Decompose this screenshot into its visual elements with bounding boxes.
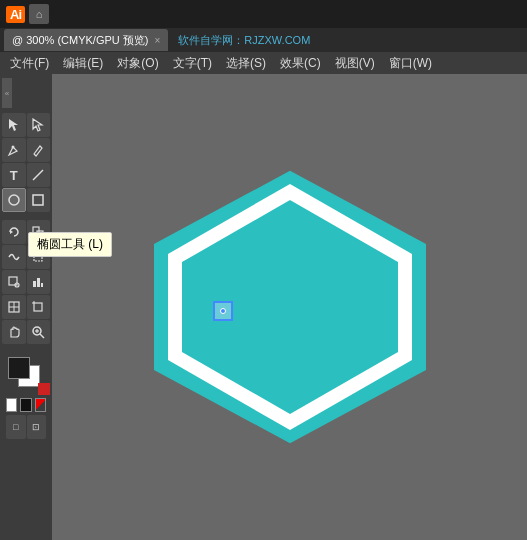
rectangle-tool[interactable] — [27, 188, 50, 212]
tool-group-shape — [2, 188, 50, 212]
svg-rect-13 — [41, 283, 43, 287]
svg-point-4 — [9, 195, 19, 205]
ai-logo: Ai — [6, 6, 25, 23]
toolbar: « T — [0, 74, 52, 540]
handle-dot — [220, 308, 226, 314]
color-area: □ ⊡ — [2, 351, 50, 443]
direct-selection-tool[interactable] — [27, 113, 51, 137]
svg-marker-6 — [10, 230, 13, 234]
no-fill-swatch[interactable] — [6, 398, 17, 412]
tool-tooltip: 椭圆工具 (L) — [28, 232, 112, 257]
home-icon[interactable]: ⌂ — [29, 4, 49, 24]
chart-tool[interactable] — [27, 270, 51, 294]
view-tools: □ ⊡ — [6, 415, 46, 439]
hexagon-container — [130, 162, 450, 452]
tab-close-button[interactable]: × — [154, 35, 160, 46]
toolbar-collapse[interactable]: « — [2, 78, 12, 108]
ellipse-tool[interactable] — [2, 188, 26, 212]
tool-group-symbol — [2, 270, 50, 294]
tool-group-selection — [2, 113, 50, 137]
symbol-sprayer-tool[interactable] — [2, 270, 26, 294]
slice-tool[interactable] — [2, 295, 26, 319]
selection-handle — [213, 301, 233, 321]
canvas-area — [52, 74, 527, 540]
line-tool[interactable] — [27, 163, 51, 187]
tab-label: @ 300% (CMYK/GPU 预览) — [12, 33, 148, 48]
canvas-background[interactable] — [52, 74, 527, 540]
artboard-tool[interactable] — [27, 295, 51, 319]
no-stroke-icon[interactable] — [35, 398, 46, 412]
default-colors-icon[interactable] — [20, 398, 31, 412]
active-tab[interactable]: @ 300% (CMYK/GPU 预览) × — [4, 29, 168, 51]
menu-view[interactable]: 视图(V) — [329, 53, 381, 74]
svg-line-21 — [40, 334, 44, 338]
rotate-tool[interactable] — [2, 220, 26, 244]
tool-group-type: T — [2, 163, 50, 187]
tool-group-hand — [2, 320, 50, 344]
svg-rect-5 — [33, 195, 43, 205]
svg-point-2 — [11, 146, 14, 149]
pencil-tool[interactable] — [27, 138, 51, 162]
tool-group-slice — [2, 295, 50, 319]
menu-bar: 文件(F) 编辑(E) 对象(O) 文字(T) 选择(S) 效果(C) 视图(V… — [0, 52, 527, 74]
svg-rect-11 — [33, 281, 36, 287]
warp-tool[interactable] — [2, 245, 26, 269]
menu-file[interactable]: 文件(F) — [4, 53, 55, 74]
main-layout: « T — [0, 74, 527, 540]
tab-website: 软件自学网：RJZXW.COM — [178, 33, 310, 48]
hexagon-svg — [130, 162, 450, 452]
svg-rect-12 — [37, 278, 40, 287]
menu-text[interactable]: 文字(T) — [167, 53, 218, 74]
swap-colors-icon[interactable] — [38, 383, 50, 395]
selection-tool[interactable] — [2, 113, 26, 137]
menu-select[interactable]: 选择(S) — [220, 53, 272, 74]
svg-marker-1 — [33, 119, 42, 131]
svg-marker-0 — [9, 119, 18, 131]
menu-object[interactable]: 对象(O) — [111, 53, 164, 74]
full-screen-mode[interactable]: ⊡ — [27, 415, 47, 439]
foreground-color-swatch[interactable] — [8, 357, 30, 379]
menu-window[interactable]: 窗口(W) — [383, 53, 438, 74]
normal-view-mode[interactable]: □ — [6, 415, 26, 439]
hand-tool[interactable] — [2, 320, 26, 344]
svg-rect-17 — [34, 303, 42, 311]
tool-group-pen — [2, 138, 50, 162]
title-bar: Ai ⌂ — [0, 0, 527, 28]
svg-line-3 — [33, 170, 43, 180]
menu-edit[interactable]: 编辑(E) — [57, 53, 109, 74]
type-tool[interactable]: T — [2, 163, 26, 187]
zoom-tool[interactable] — [27, 320, 51, 344]
tab-bar: @ 300% (CMYK/GPU 预览) × 软件自学网：RJZXW.COM — [0, 28, 527, 52]
pen-tool[interactable] — [2, 138, 26, 162]
menu-effect[interactable]: 效果(C) — [274, 53, 327, 74]
